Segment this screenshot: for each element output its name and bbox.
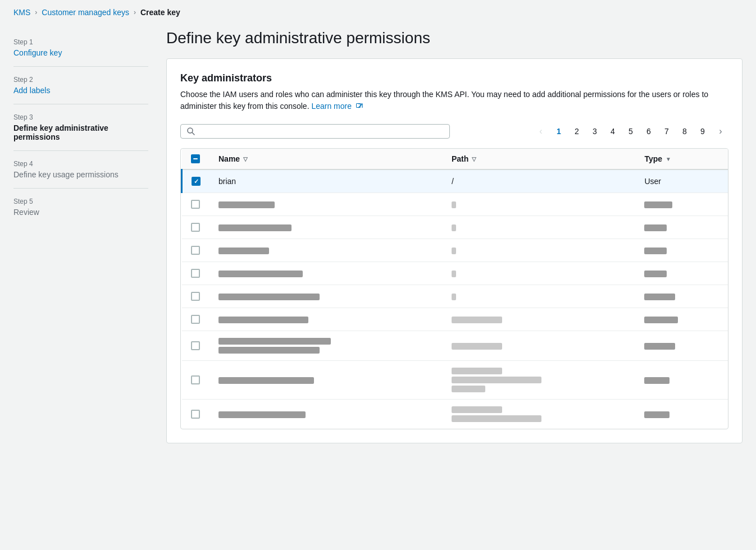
row-type-cell: x: [635, 361, 728, 400]
pagination-page-4[interactable]: 4: [605, 123, 621, 139]
pagination-page-2[interactable]: 2: [569, 123, 585, 139]
pagination-page-8[interactable]: 8: [677, 123, 693, 139]
card-section-title: Key administrators: [180, 72, 728, 84]
row-type-cell: x: [635, 193, 728, 216]
main-layout: Step 1Configure keyStep 2Add labelsStep …: [0, 25, 756, 547]
step-label: Step 4: [13, 160, 148, 168]
row-name-cell: xx: [210, 331, 443, 361]
table-row[interactable]: ✓brian/User: [182, 169, 728, 193]
row-path-cell: x: [443, 193, 635, 216]
row-checkbox[interactable]: [191, 375, 200, 384]
sidebar: Step 1Configure keyStep 2Add labelsStep …: [13, 25, 148, 533]
row-checkbox-cell: [182, 239, 210, 262]
row-name-cell: x: [210, 361, 443, 400]
row-checkbox[interactable]: ✓: [192, 177, 201, 186]
table-row[interactable]: xxx: [182, 262, 728, 285]
search-pagination-row: ‹123456789›: [180, 123, 728, 139]
sidebar-step-step2: Step 2Add labels: [13, 67, 148, 104]
row-path-cell: x: [443, 331, 635, 361]
pagination-page-6[interactable]: 6: [641, 123, 657, 139]
step-title-step2[interactable]: Add labels: [13, 86, 148, 95]
row-name-cell: x: [210, 239, 443, 262]
search-box[interactable]: [180, 124, 450, 139]
table-row[interactable]: xxx: [182, 216, 728, 239]
pagination-page-3[interactable]: 3: [587, 123, 603, 139]
header-name[interactable]: Name ▽: [210, 149, 443, 169]
table-container: Name ▽ Path ▽: [180, 148, 728, 429]
svg-point-2: [188, 128, 193, 133]
table-row[interactable]: xxx: [182, 308, 728, 331]
path-sort-icon: ▽: [472, 156, 476, 162]
row-name-cell: brian: [210, 169, 443, 193]
row-checkbox[interactable]: [191, 269, 200, 278]
main-content: Define key administrative permissions Ke…: [166, 25, 743, 533]
step-title-step4: Define key usage permissions: [13, 170, 148, 179]
row-checkbox[interactable]: [191, 341, 200, 350]
breadcrumb-sep-2: ›: [134, 8, 136, 16]
row-checkbox-cell: [182, 400, 210, 429]
table-row[interactable]: xxx: [182, 193, 728, 216]
pagination-prev[interactable]: ‹: [533, 123, 549, 139]
pagination-next[interactable]: ›: [713, 123, 728, 139]
search-input[interactable]: [200, 127, 444, 136]
svg-line-3: [193, 133, 195, 135]
row-type-cell: x: [635, 308, 728, 331]
breadcrumb-kms[interactable]: KMS: [13, 8, 30, 17]
step-title-step5: Review: [13, 208, 148, 217]
row-path-cell: x: [443, 285, 635, 308]
breadcrumb: KMS › Customer managed keys › Create key: [0, 0, 756, 25]
step-label: Step 1: [13, 38, 148, 46]
table-row[interactable]: xxxx: [182, 331, 728, 361]
table-row[interactable]: xxx: [182, 285, 728, 308]
row-checkbox-cell: ✓: [182, 169, 210, 193]
table-row[interactable]: xxxxx: [182, 361, 728, 400]
sidebar-step-step1: Step 1Configure key: [13, 29, 148, 67]
header-checkbox[interactable]: [191, 154, 200, 163]
row-checkbox-cell: [182, 285, 210, 308]
table-row[interactable]: xxxx: [182, 400, 728, 429]
header-path[interactable]: Path ▽: [443, 149, 635, 169]
row-checkbox[interactable]: [191, 410, 200, 419]
table-row[interactable]: xxx: [182, 239, 728, 262]
row-name-cell: x: [210, 285, 443, 308]
row-checkbox[interactable]: [191, 292, 200, 301]
row-path-cell: x: [443, 239, 635, 262]
type-sort-icon: ▼: [666, 156, 671, 162]
external-link-icon: [356, 103, 363, 110]
step-title-step1[interactable]: Configure key: [13, 48, 148, 57]
row-type-cell: x: [635, 285, 728, 308]
row-type-cell: x: [635, 331, 728, 361]
row-checkbox-cell: [182, 216, 210, 239]
header-type[interactable]: Type ▼: [635, 149, 728, 169]
row-path-cell: x: [443, 308, 635, 331]
row-path-cell: /: [443, 169, 635, 193]
row-path-cell: xxx: [443, 361, 635, 400]
page-title: Define key administrative permissions: [166, 29, 743, 47]
pagination-page-9[interactable]: 9: [695, 123, 711, 139]
pagination-page-7[interactable]: 7: [659, 123, 675, 139]
step-label: Step 2: [13, 76, 148, 84]
pagination-page-1[interactable]: 1: [551, 123, 567, 139]
row-checkbox[interactable]: [191, 315, 200, 324]
row-type-cell: x: [635, 400, 728, 429]
row-checkbox[interactable]: [191, 246, 200, 255]
row-checkbox[interactable]: [191, 200, 200, 209]
row-checkbox-cell: [182, 193, 210, 216]
step-label: Step 3: [13, 113, 148, 121]
step-title-step3: Define key administrative permissions: [13, 123, 148, 141]
step-label: Step 5: [13, 198, 148, 205]
search-icon: [186, 127, 195, 136]
table-body: ✓brian/Userxxxxxxxxxxxxxxxxxxxxxxxxxxxxx…: [182, 169, 728, 429]
row-type-cell: x: [635, 239, 728, 262]
row-checkbox[interactable]: [191, 223, 200, 232]
row-checkbox-cell: [182, 262, 210, 285]
row-type-cell: x: [635, 216, 728, 239]
row-name-cell: x: [210, 400, 443, 429]
pagination-page-5[interactable]: 5: [623, 123, 639, 139]
row-name-cell: x: [210, 193, 443, 216]
row-type-cell: x: [635, 262, 728, 285]
learn-more-link[interactable]: Learn more: [311, 102, 362, 111]
row-path-cell: xx: [443, 400, 635, 429]
row-name-cell: x: [210, 262, 443, 285]
breadcrumb-customer-keys[interactable]: Customer managed keys: [42, 8, 129, 17]
